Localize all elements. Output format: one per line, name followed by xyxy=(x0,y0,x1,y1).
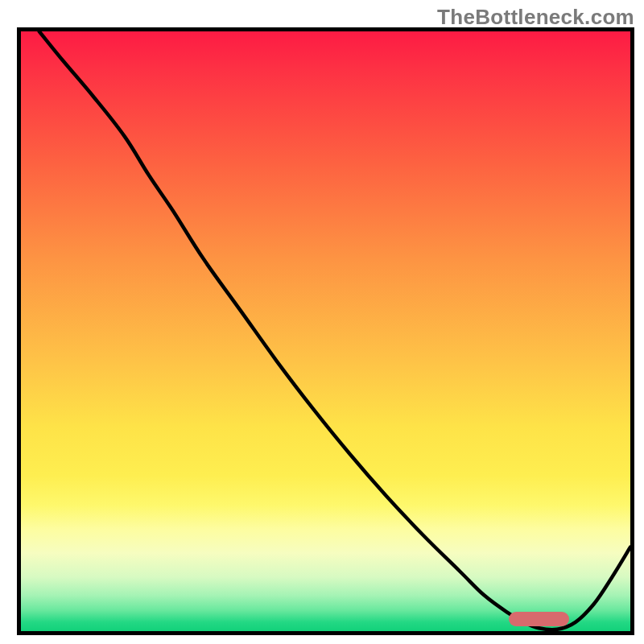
bottleneck-curve xyxy=(21,31,630,631)
chart-stage: TheBottleneck.com xyxy=(0,0,644,644)
chart-frame xyxy=(17,27,634,635)
optimal-range-marker xyxy=(509,612,570,626)
watermark-text: TheBottleneck.com xyxy=(437,5,634,30)
